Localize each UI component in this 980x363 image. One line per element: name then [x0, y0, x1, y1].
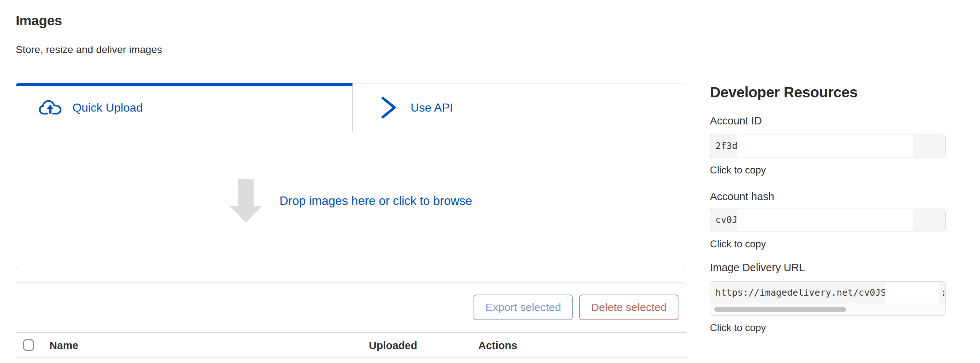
column-header-name: Name [49, 333, 78, 358]
chevron-right-icon [380, 96, 397, 119]
account-hash-copy-hint: Click to copy [710, 239, 766, 250]
cloud-upload-icon [39, 100, 62, 116]
image-delivery-url-fragment: : [941, 282, 947, 304]
image-delivery-url-label: Image Delivery URL [710, 262, 805, 274]
account-id-value: 2f3d [716, 134, 737, 158]
horizontal-scrollbar-thumb[interactable] [714, 307, 846, 312]
table-header-row: Name Uploaded Actions [16, 332, 686, 358]
select-all-checkbox[interactable] [23, 339, 34, 351]
tab-quick-upload[interactable]: Quick Upload [16, 83, 352, 132]
list-toolbar: Export selected Delete selected [16, 282, 686, 332]
image-delivery-url-text-row: https://imagedelivery.net/cv0JS : [710, 282, 945, 304]
account-hash-field[interactable]: cv0J [710, 208, 946, 232]
tab-use-api-label: Use API [410, 101, 453, 115]
tab-quick-upload-label: Quick Upload [72, 101, 143, 115]
page-subtitle: Store, resize and deliver images [16, 44, 162, 56]
image-list-card: Export selected Delete selected Name Upl… [16, 282, 686, 363]
account-hash-label: Account hash [710, 191, 774, 203]
column-header-actions: Actions [478, 333, 517, 358]
developer-resources-title: Developer Resources [710, 84, 858, 100]
tab-use-api[interactable]: Use API [352, 83, 687, 132]
arrow-down-icon [230, 179, 262, 223]
upload-card: Quick Upload Use API Drop images here or… [16, 83, 686, 270]
image-delivery-url-field[interactable]: https://imagedelivery.net/cv0JS : [710, 282, 946, 316]
redaction-overlay [885, 282, 939, 304]
export-selected-button[interactable]: Export selected [474, 295, 573, 320]
page-title: Images [16, 13, 62, 29]
delete-selected-button[interactable]: Delete selected [579, 295, 678, 320]
image-delivery-url-value: https://imagedelivery.net/cv0JS [716, 282, 886, 304]
horizontal-scrollbar-track [711, 303, 945, 315]
account-id-copy-hint: Click to copy [710, 165, 766, 176]
image-dropzone[interactable]: Drop images here or click to browse [16, 132, 686, 270]
active-tab-indicator [16, 83, 353, 86]
redaction-overlay [737, 135, 913, 157]
account-id-label: Account ID [710, 115, 762, 127]
column-header-uploaded: Uploaded [369, 333, 417, 358]
dropzone-label: Drop images here or click to browse [280, 194, 472, 208]
account-id-field[interactable]: 2f3d [710, 134, 946, 158]
redaction-overlay [737, 209, 913, 231]
account-hash-value: cv0J [716, 208, 737, 231]
images-page: Images Store, resize and deliver images … [0, 0, 980, 363]
image-delivery-url-copy-hint: Click to copy [710, 322, 766, 334]
